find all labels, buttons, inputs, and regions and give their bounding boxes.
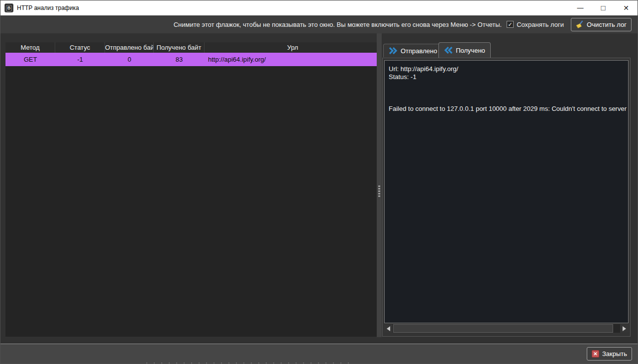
arrow-right-icon — [623, 326, 626, 331]
cell-sent-bytes: 0 — [105, 53, 154, 66]
chevrons-right-icon — [389, 47, 398, 54]
cell-received-bytes: 83 — [154, 53, 205, 66]
scroll-left-button[interactable] — [384, 324, 393, 333]
scrollbar-thumb[interactable] — [393, 324, 613, 333]
window-title: HTTP анализ трафика — [17, 0, 79, 15]
main-area: Метод Статус Отправлено байт Получено ба… — [0, 33, 638, 344]
clear-log-button[interactable]: Очистить лог — [571, 18, 632, 31]
close-icon: ✕ — [623, 0, 629, 15]
response-text-area[interactable]: Url: http://api64.ipify.org/ Status: -1 … — [384, 60, 629, 323]
close-x-icon: ✕ — [592, 350, 599, 358]
chevrons-left-icon — [444, 47, 453, 54]
tab-received-label: Получено — [456, 47, 485, 54]
column-header-sent-bytes[interactable]: Отправлено байт — [105, 42, 154, 53]
response-line — [389, 97, 626, 105]
maximize-button[interactable]: □ — [592, 0, 615, 15]
table-header: Метод Статус Отправлено байт Получено ба… — [5, 42, 381, 53]
column-header-url[interactable]: Урл — [205, 42, 381, 53]
splitter-handle[interactable] — [377, 33, 382, 337]
cell-url: http://api64.ipify.org/ — [205, 53, 381, 66]
window-controls: — □ ✕ — [569, 0, 638, 15]
response-line: Url: http://api64.ipify.org/ — [389, 65, 626, 73]
background-window-artifacts — [140, 363, 354, 364]
toolbar: Снимите этот флажок, чтобы не показывать… — [0, 15, 638, 33]
response-line — [389, 81, 626, 89]
title-bar: B HTTP анализ трафика — □ ✕ — [0, 0, 638, 15]
horizontal-scrollbar[interactable] — [384, 324, 629, 333]
minimize-icon: — — [577, 0, 584, 15]
app-icon-letter: B — [6, 5, 12, 11]
maximize-icon: □ — [601, 0, 605, 15]
footer-bar: ✕ Закрыть — [0, 344, 638, 364]
app-window: B HTTP анализ трафика — □ ✕ Снимите этот… — [0, 0, 638, 364]
tab-received[interactable]: Получено — [438, 42, 491, 58]
column-header-method[interactable]: Метод — [5, 42, 55, 53]
response-line: Status: -1 — [389, 73, 626, 81]
response-line: Failed to connect to 127.0.0.1 port 1000… — [389, 105, 626, 113]
close-button[interactable]: ✕ — [615, 0, 638, 15]
notice-text: Снимите этот флажок, чтобы не показывать… — [174, 21, 502, 28]
tab-sent-label: Отправлено — [401, 47, 437, 55]
response-line — [389, 89, 626, 97]
save-logs-label: Сохранять логи — [517, 21, 564, 28]
cell-method: GET — [5, 53, 55, 66]
close-dialog-label: Закрыть — [602, 350, 627, 358]
arrow-left-icon — [387, 326, 390, 331]
table-row[interactable]: GET -1 0 83 http://api64.ipify.org/ — [5, 53, 381, 66]
tab-sent[interactable]: Отправлено — [383, 44, 442, 57]
app-icon: B — [4, 3, 13, 12]
minimize-button[interactable]: — — [569, 0, 592, 15]
column-header-received-bytes[interactable]: Получено байт — [154, 42, 205, 53]
splitter-grip-icon — [378, 185, 380, 197]
close-dialog-button[interactable]: ✕ Закрыть — [587, 347, 632, 361]
requests-table: Метод Статус Отправлено байт Получено ба… — [5, 42, 381, 337]
broom-icon — [576, 20, 584, 28]
column-header-status[interactable]: Статус — [55, 42, 105, 53]
clear-log-label: Очистить лог — [587, 21, 627, 28]
save-logs-checkbox[interactable]: ✓ — [507, 21, 514, 28]
checkmark-icon: ✓ — [508, 21, 513, 27]
scroll-right-button[interactable] — [620, 324, 629, 333]
cell-status: -1 — [55, 53, 105, 66]
